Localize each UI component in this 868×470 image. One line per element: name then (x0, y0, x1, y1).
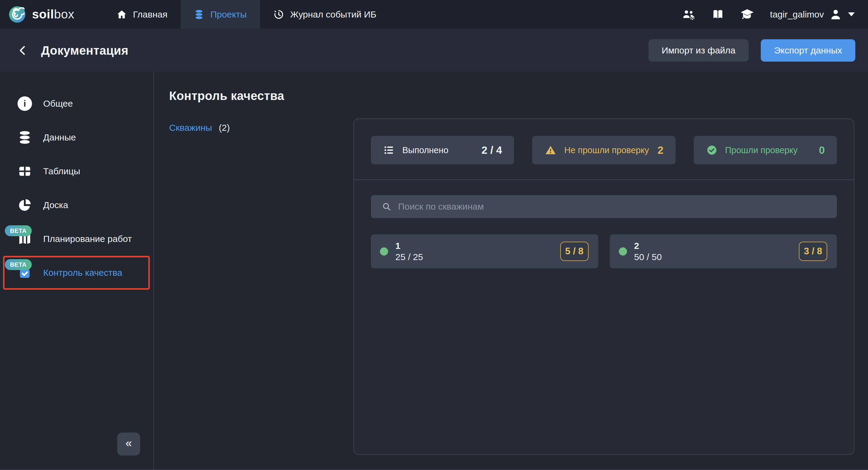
nav-tab-label: Главная (133, 9, 167, 20)
nav-right: tagir_galimov (682, 0, 868, 29)
content-body: i Общее Данные (0, 72, 868, 470)
wells-count: (2) (219, 123, 230, 133)
brand-light: box (54, 7, 74, 21)
docs-button[interactable] (712, 8, 724, 21)
main-area: Контроль качества Скважины (2) (154, 72, 868, 469)
nav-tab-projects[interactable]: Проекты (181, 0, 260, 29)
nav-tab-label: Проекты (210, 9, 246, 20)
well-name: 1 (395, 240, 423, 252)
sidebar-item-quality-control[interactable]: BETA Контроль качества (3, 256, 150, 290)
main-row: Скважины (2) Выполнено 2 / 4 (169, 118, 855, 455)
search-icon (382, 202, 392, 212)
search-box (371, 195, 837, 218)
stat-value: 2 (657, 144, 663, 156)
stat-card-failed[interactable]: Не прошли проверку 2 (532, 136, 675, 164)
section-title: Контроль качества (169, 89, 855, 103)
beta-badge: BETA (5, 225, 32, 236)
stat-card-done[interactable]: Выполнено 2 / 4 (371, 136, 514, 164)
wells-row: 1 25 / 25 5 / 8 2 50 / 50 3 / 8 (371, 234, 837, 268)
well-texts: 1 25 / 25 (395, 240, 423, 263)
sidebar-item-data[interactable]: Данные (0, 121, 153, 154)
app-window: soilbox Главная Проекты (0, 0, 868, 470)
chevron-down-icon (848, 12, 855, 16)
stat-value: 2 / 4 (482, 144, 502, 156)
well-card[interactable]: 1 25 / 25 5 / 8 (371, 234, 598, 268)
well-name: 2 (634, 240, 662, 252)
well-progress: 50 / 50 (634, 251, 662, 263)
nav-tab-label: Журнал событий ИБ (290, 9, 376, 20)
brand-bold: soil (32, 7, 54, 21)
pie-chart-icon (17, 197, 32, 213)
well-card[interactable]: 2 50 / 50 3 / 8 (610, 234, 837, 268)
graduation-cap-icon (740, 8, 754, 21)
book-icon (712, 8, 724, 21)
stat-label: Прошли проверку (725, 145, 798, 155)
well-texts: 2 50 / 50 (634, 240, 662, 263)
beta-badge: BETA (5, 259, 32, 270)
chevron-left-icon (17, 43, 29, 58)
database-icon (17, 130, 32, 145)
sidebar-item-label: Планирование работ (43, 234, 132, 244)
sidebar-item-label: Данные (43, 132, 76, 143)
history-icon (273, 9, 284, 20)
wells-link-col: Скважины (2) (169, 118, 353, 455)
panel-divider (354, 180, 854, 180)
brand[interactable]: soilbox (0, 0, 85, 29)
stat-label: Не прошли проверку (564, 145, 649, 155)
sidebar-collapse-button[interactable]: « (117, 433, 140, 456)
sidebar-item-label: Доска (43, 200, 68, 210)
database-icon (194, 9, 204, 20)
stats-row: Выполнено 2 / 4 Не прошли проверку 2 (371, 136, 837, 164)
sidebar-item-label: Таблицы (43, 166, 80, 177)
sidebar-item-label: Контроль качества (43, 268, 122, 278)
check-circle-icon (706, 145, 717, 156)
stat-card-passed[interactable]: Прошли проверку 0 (694, 136, 837, 164)
sidebar-item-work-planning[interactable]: BETA Планирование работ (0, 222, 153, 256)
well-check-badge: 5 / 8 (560, 242, 589, 261)
nav-tab-security-log[interactable]: Журнал событий ИБ (260, 0, 390, 29)
page-title: Документация (41, 44, 128, 57)
stat-label: Выполнено (402, 145, 448, 155)
username: tagir_galimov (770, 9, 824, 20)
export-data-button[interactable]: Экспорт данных (761, 39, 855, 62)
quality-panel: Выполнено 2 / 4 Не прошли проверку 2 (353, 118, 855, 455)
top-nav: soilbox Главная Проекты (0, 0, 868, 29)
status-dot-icon (380, 247, 388, 255)
list-icon (383, 145, 395, 156)
stat-value: 0 (819, 144, 825, 156)
nav-tabs: Главная Проекты Журнал событий ИБ (103, 0, 390, 29)
import-file-button[interactable]: Импорт из файла (648, 39, 749, 62)
nav-tab-home[interactable]: Главная (103, 0, 181, 29)
warning-icon (545, 145, 556, 156)
user-menu[interactable]: tagir_galimov (770, 8, 855, 21)
sidebar-item-tables[interactable]: Таблицы (0, 154, 153, 188)
sidebar-item-label: Общее (43, 98, 73, 109)
sidebar-item-general[interactable]: i Общее (0, 87, 153, 121)
sidebar: i Общее Данные (0, 72, 154, 469)
learning-button[interactable] (740, 8, 754, 21)
soilbox-logo-icon (9, 6, 25, 23)
page-header: Документация Импорт из файла Экспорт дан… (0, 29, 868, 72)
well-check-badge: 3 / 8 (799, 242, 827, 261)
brand-text: soilbox (32, 7, 74, 22)
sidebar-item-board[interactable]: Доска (0, 188, 153, 222)
wells-link[interactable]: Скважины (169, 123, 212, 133)
status-dot-icon (619, 247, 627, 255)
info-icon: i (17, 96, 32, 111)
users-gear-icon (682, 8, 696, 21)
home-icon (117, 9, 127, 20)
well-progress: 25 / 25 (395, 251, 423, 263)
table-icon (17, 164, 32, 179)
user-icon (829, 8, 842, 21)
users-settings-button[interactable] (682, 8, 696, 21)
search-input[interactable] (398, 201, 832, 212)
back-button[interactable] (17, 43, 29, 58)
